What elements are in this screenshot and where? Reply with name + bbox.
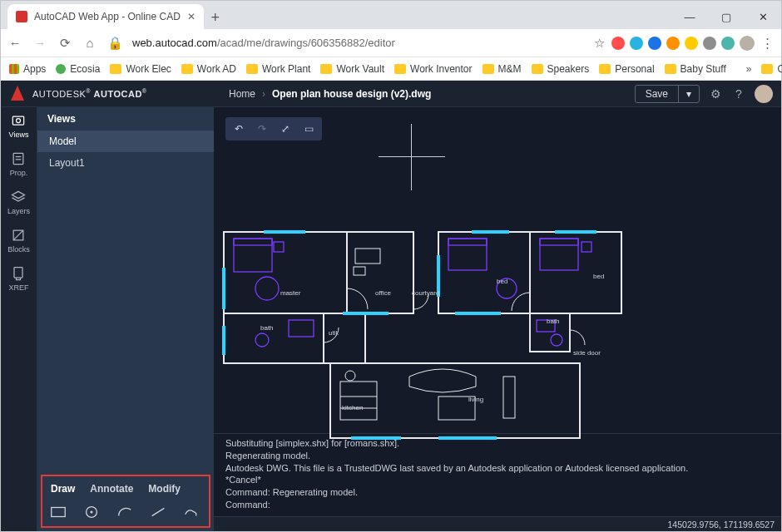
svg-rect-39 (355, 249, 380, 264)
svg-text:bed: bed (593, 273, 604, 280)
svg-text:courtyard: courtyard (412, 289, 439, 297)
forward-button[interactable]: → (32, 36, 47, 51)
svg-rect-23 (324, 313, 365, 363)
command-prompt[interactable]: Command: (225, 500, 270, 510)
svg-marker-5 (12, 191, 25, 198)
extension-icon[interactable] (703, 37, 716, 50)
extension-icon[interactable] (630, 37, 643, 50)
url-field[interactable]: web.autocad.com/acad/me/drawings/6063568… (132, 37, 582, 49)
svg-text:side door: side door (573, 349, 601, 357)
kebab-menu-icon[interactable]: ⋮ (760, 36, 775, 51)
svg-rect-50 (503, 377, 515, 418)
view-item-layout1[interactable]: Layout1 (37, 152, 214, 174)
tab-draw[interactable]: Draw (51, 483, 75, 495)
window-controls: — ▢ ✕ (671, 4, 781, 29)
breadcrumb-home[interactable]: Home (229, 88, 255, 100)
svg-rect-41 (289, 320, 314, 337)
svg-rect-8 (14, 268, 22, 278)
extension-icon[interactable] (666, 37, 680, 50)
svg-point-44 (551, 334, 562, 346)
browser-tab-strip: AutoCAD Web App - Online CAD ✕ + — ▢ ✕ (1, 1, 781, 29)
svg-rect-38 (582, 242, 591, 252)
left-rail: Views Prop. Layers Blocks XREF (1, 107, 37, 531)
bookmark-item[interactable]: Work Inventor (394, 63, 472, 75)
svg-rect-40 (354, 267, 365, 275)
svg-rect-9 (52, 508, 66, 517)
other-bookmarks[interactable]: Other bookmarks (761, 63, 782, 75)
svg-rect-34 (448, 239, 487, 270)
home-button[interactable]: ⌂ (82, 36, 97, 51)
new-tab-button[interactable]: + (204, 6, 227, 29)
svg-text:bed: bed (497, 278, 507, 285)
svg-line-12 (152, 508, 165, 515)
arc-tool-icon[interactable] (116, 505, 134, 520)
redo-icon[interactable]: ↷ (251, 120, 273, 138)
svg-rect-33 (274, 242, 284, 252)
svg-rect-45 (340, 382, 377, 420)
tab-title: AutoCAD Web App - Online CAD (34, 11, 181, 22)
browser-tab[interactable]: AutoCAD Web App - Online CAD ✕ (7, 4, 204, 29)
svg-text:living: living (468, 396, 483, 403)
rail-blocks[interactable]: Blocks (7, 227, 30, 254)
save-button[interactable]: Save ▾ (635, 85, 700, 103)
back-button[interactable]: ← (7, 36, 22, 51)
svg-text:bath: bath (260, 324, 274, 332)
svg-text:master: master (280, 289, 301, 297)
canvas-toolbar: ↶ ↷ ⤢ ▭ (225, 117, 322, 140)
bookmark-item[interactable]: Ecosia (56, 63, 100, 75)
bookmark-item[interactable]: Personal (599, 63, 654, 75)
extension-icon[interactable] (685, 37, 698, 50)
autodesk-logo: AUTODESK® AUTOCAD® (9, 86, 217, 102)
bookmarks-overflow-icon[interactable]: » (746, 63, 752, 75)
zoom-extents-icon[interactable]: ⤢ (275, 120, 296, 138)
bookmark-item[interactable]: Baby Stuff (665, 63, 726, 75)
bookmark-item[interactable]: Work Vault (320, 63, 384, 75)
close-window-button[interactable]: ✕ (745, 4, 781, 29)
svg-point-1 (17, 119, 21, 123)
tab-modify[interactable]: Modify (148, 483, 181, 495)
extension-icon[interactable] (648, 37, 661, 50)
bookmark-item[interactable]: Work Plant (246, 63, 310, 75)
close-tab-icon[interactable]: ✕ (187, 11, 196, 22)
rail-xref[interactable]: XREF (8, 265, 28, 292)
rail-layers[interactable]: Layers (7, 189, 30, 215)
gear-icon[interactable]: ⚙ (708, 86, 723, 101)
profile-avatar[interactable] (740, 36, 755, 51)
bookmark-item[interactable]: M&M (483, 63, 522, 75)
undo-icon[interactable]: ↶ (228, 120, 250, 138)
bookmark-item[interactable]: Work Elec (110, 63, 171, 75)
line-tool-icon[interactable] (149, 505, 167, 520)
reload-button[interactable]: ⟳ (57, 36, 72, 51)
autocad-favicon (16, 11, 27, 22)
circle-tool-icon[interactable] (82, 505, 101, 520)
extension-icon[interactable] (721, 37, 735, 50)
bookmark-item[interactable]: Speakers (532, 63, 590, 75)
svg-rect-32 (234, 239, 272, 245)
zoom-window-icon[interactable]: ▭ (298, 120, 319, 138)
star-icon[interactable]: ☆ (591, 36, 606, 51)
status-bar: 145029.9756, 171199.6527 (214, 516, 781, 531)
save-dropdown-icon[interactable]: ▾ (678, 86, 699, 102)
svg-text:util.: util. (329, 329, 339, 337)
rectangle-tool-icon[interactable] (49, 505, 67, 520)
user-avatar[interactable] (755, 85, 773, 103)
tab-annotate[interactable]: Annotate (90, 483, 133, 495)
rail-views[interactable]: Views (9, 112, 29, 139)
minimize-button[interactable]: — (671, 4, 708, 29)
svg-line-7 (14, 230, 24, 240)
svg-rect-31 (234, 239, 272, 272)
autocad-app: AUTODESK® AUTOCAD® Home › Open plan hous… (1, 81, 781, 531)
help-icon[interactable]: ? (731, 86, 746, 101)
extension-icon[interactable] (611, 37, 625, 50)
svg-text:bath: bath (547, 318, 560, 325)
revcloud-tool-icon[interactable] (182, 505, 200, 520)
drawing-canvas[interactable]: ↶ ↷ ⤢ ▭ (214, 107, 781, 531)
svg-point-42 (255, 333, 269, 347)
bookmark-item[interactable]: Work AD (181, 63, 236, 75)
svg-rect-15 (438, 232, 530, 313)
bookmarks-bar: Apps Ecosia Work Elec Work AD Work Plant… (1, 57, 781, 81)
rail-properties[interactable]: Prop. (10, 150, 28, 177)
apps-button[interactable]: Apps (9, 63, 46, 75)
view-item-model[interactable]: Model (37, 131, 214, 152)
maximize-button[interactable]: ▢ (708, 4, 745, 29)
